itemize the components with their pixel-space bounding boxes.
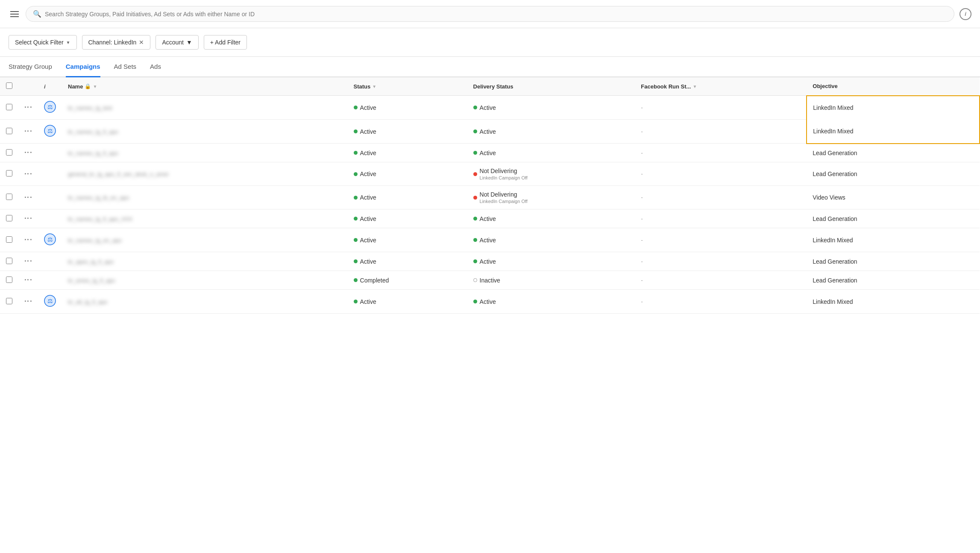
- row-objective-cell: Lead Generation: [807, 162, 980, 186]
- col-name[interactable]: Name 🔒 ▼: [62, 77, 348, 96]
- row-objective-cell: Lead Generation: [807, 271, 980, 290]
- row-dots-cell[interactable]: ⋮: [18, 186, 38, 209]
- campaigns-table: i Name 🔒 ▼ Status ▼ Delivery St: [0, 77, 980, 314]
- row-name-cell: br_names_lg_lb_en_apo: [62, 186, 348, 209]
- channel-filter-tag[interactable]: Channel: LinkedIn ✕: [82, 35, 151, 50]
- row-actions-dots[interactable]: ⋮: [24, 170, 32, 178]
- row-checkbox[interactable]: [6, 194, 12, 200]
- hamburger-menu[interactable]: [9, 9, 21, 19]
- row-dots-cell[interactable]: ⋮: [18, 290, 38, 314]
- row-checkbox[interactable]: [6, 128, 12, 134]
- row-actions-dots[interactable]: ⋮: [24, 297, 32, 306]
- row-checkbox[interactable]: [6, 104, 12, 110]
- row-checkbox-cell[interactable]: [0, 144, 18, 162]
- campaign-name-blurred: br_names_lg_lb_en_apo: [68, 194, 129, 201]
- row-dots-cell[interactable]: ⋮: [18, 228, 38, 252]
- col-fb-run-st[interactable]: Facebook Run St... ▼: [635, 77, 807, 96]
- row-actions-dots[interactable]: ⋮: [24, 215, 32, 223]
- sort-icon: ▼: [372, 84, 376, 89]
- row-checkbox-cell[interactable]: [0, 271, 18, 290]
- row-checkbox[interactable]: [6, 298, 12, 304]
- status-text: Active: [360, 128, 376, 135]
- delivery-dot: [473, 217, 477, 221]
- tab-campaigns[interactable]: Campaigns: [66, 57, 100, 77]
- row-dots-cell[interactable]: ⋮: [18, 252, 38, 271]
- row-actions-dots[interactable]: ⋮: [24, 236, 32, 244]
- row-status-cell: Completed: [348, 271, 467, 290]
- account-filter-tag[interactable]: Account ▼: [156, 35, 198, 50]
- row-checkbox-cell[interactable]: [0, 228, 18, 252]
- add-filter-button[interactable]: + Add Filter: [204, 35, 247, 50]
- row-icon-cell: ⚖: [38, 120, 62, 144]
- remove-channel-filter-icon[interactable]: ✕: [139, 39, 144, 46]
- row-checkbox-cell[interactable]: [0, 120, 18, 144]
- campaign-name-blurred: general_br_lg_apo_fl_sen_desk_n_amer: [68, 171, 169, 177]
- row-checkbox-cell[interactable]: [0, 186, 18, 209]
- top-bar: 🔍 i: [0, 0, 980, 28]
- row-icon-cell: [38, 186, 62, 209]
- row-checkbox-cell[interactable]: [0, 252, 18, 271]
- info-icon[interactable]: i: [959, 8, 971, 20]
- row-objective-cell: LinkedIn Mixed: [807, 228, 980, 252]
- row-dots-cell[interactable]: ⋮: [18, 120, 38, 144]
- row-checkbox-cell[interactable]: [0, 96, 18, 120]
- lock-icon: 🔒: [85, 83, 91, 89]
- campaign-name-blurred: br_names_lg_fl_apo: [68, 150, 118, 156]
- row-checkbox[interactable]: [6, 236, 12, 243]
- row-actions-dots[interactable]: ⋮: [24, 257, 32, 265]
- row-dots-cell[interactable]: ⋮: [18, 162, 38, 186]
- tab-strategy-group[interactable]: Strategy Group: [9, 57, 52, 77]
- row-dots-cell[interactable]: ⋮: [18, 144, 38, 162]
- row-dots-cell[interactable]: ⋮: [18, 271, 38, 290]
- row-checkbox-cell[interactable]: [0, 209, 18, 228]
- row-icon-cell: [38, 209, 62, 228]
- row-status-cell: Active: [348, 144, 467, 162]
- objective-text: Lead Generation: [813, 258, 857, 265]
- status-text: Active: [360, 104, 376, 111]
- col-status[interactable]: Status ▼: [348, 77, 467, 96]
- campaign-name-blurred: br_names_lg_test: [68, 105, 112, 111]
- row-status-cell: Active: [348, 209, 467, 228]
- quick-filter-button[interactable]: Select Quick Filter ▼: [9, 35, 77, 50]
- search-input[interactable]: [45, 11, 947, 18]
- row-checkbox-cell[interactable]: [0, 162, 18, 186]
- select-all-checkbox[interactable]: [6, 82, 12, 89]
- row-objective-cell: Lead Generation: [807, 144, 980, 162]
- campaign-name-blurred: br_apex_lg_fl_apo: [68, 259, 114, 265]
- table-row: ⋮ ⚖ br_names_lg_fl_apo Active Active - L…: [0, 120, 980, 144]
- table-row: ⋮ general_br_lg_apo_fl_sen_desk_n_amer A…: [0, 162, 980, 186]
- col-dots: [18, 77, 38, 96]
- delivery-status-cell: Active: [473, 215, 629, 222]
- objective-text: LinkedIn Mixed: [813, 128, 853, 135]
- fb-run-st-value: -: [641, 237, 643, 244]
- row-actions-dots[interactable]: ⋮: [24, 127, 32, 135]
- status-text: Active: [360, 258, 376, 265]
- status-dot: [354, 238, 358, 242]
- search-bar[interactable]: 🔍: [26, 6, 954, 22]
- row-checkbox[interactable]: [6, 215, 12, 221]
- table-row: ⋮ br_names_lg_lb_en_apo Active Not Deliv…: [0, 186, 980, 209]
- row-dots-cell[interactable]: ⋮: [18, 209, 38, 228]
- delivery-sub-text: LinkedIn Campaign Off: [480, 199, 528, 204]
- tab-ads[interactable]: Ads: [150, 57, 161, 77]
- svg-text:⚖: ⚖: [47, 103, 53, 110]
- row-checkbox[interactable]: [6, 276, 12, 283]
- row-checkbox[interactable]: [6, 258, 12, 264]
- row-actions-dots[interactable]: ⋮: [24, 149, 32, 157]
- row-delivery-cell: Active: [467, 252, 635, 271]
- delivery-status-cell: Inactive: [473, 277, 629, 284]
- row-actions-dots[interactable]: ⋮: [24, 276, 32, 284]
- row-checkbox[interactable]: [6, 170, 12, 176]
- sort-icon: ▼: [93, 84, 97, 89]
- delivery-status-cell: Active: [473, 237, 629, 244]
- row-icon-cell: ⚖: [38, 96, 62, 120]
- objective-text: Lead Generation: [813, 215, 857, 222]
- row-checkbox[interactable]: [6, 149, 12, 156]
- row-dots-cell[interactable]: ⋮: [18, 96, 38, 120]
- fb-run-st-value: -: [641, 150, 643, 156]
- tab-ad-sets[interactable]: Ad Sets: [114, 57, 137, 77]
- fb-run-st-value: -: [641, 128, 643, 135]
- row-checkbox-cell[interactable]: [0, 290, 18, 314]
- row-actions-dots[interactable]: ⋮: [24, 103, 32, 112]
- row-actions-dots[interactable]: ⋮: [24, 194, 32, 202]
